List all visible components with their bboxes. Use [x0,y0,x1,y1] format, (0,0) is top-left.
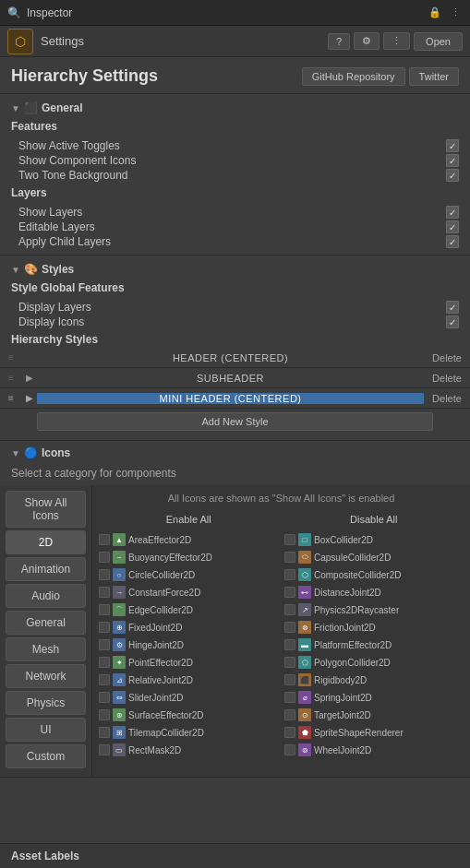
category-animation[interactable]: Animation [6,557,86,581]
icon-img-targetjoint2d: ⊙ [298,708,311,721]
show-component-icons-row: Show Component Icons [0,153,470,168]
title-bar-icon: 🔍 [7,6,21,19]
icon-img-rigidbody2d: ⬛ [298,673,311,686]
category-physics[interactable]: Physics [6,691,86,715]
icon-img-fixedjoint2d: ⊕ [113,621,126,634]
delete-button-2[interactable]: Delete [424,373,470,384]
icon-checkbox-platformeffector2d[interactable] [284,639,295,650]
display-layers-checkbox[interactable] [446,301,459,314]
styles-section-header[interactable]: ▼ 🎨 Styles [0,261,470,278]
icon-checkbox-distancejoint2d[interactable] [284,587,295,598]
settings-icon: ⬡ [7,29,33,54]
twitter-button[interactable]: Twitter [409,67,459,86]
icon-name-physics2draycaster: Physics2DRaycaster [314,605,399,615]
category-ui[interactable]: UI [6,718,86,742]
icon-checkbox-sliderjoint2d[interactable] [99,692,110,703]
list-item: ⬛ Rigidbody2D [282,672,466,688]
expand-icon-2[interactable]: ▶ [22,373,37,383]
drag-handle-icon[interactable]: ≡ [0,352,22,363]
icon-checkbox-fixedjoint2d[interactable] [99,622,110,633]
delete-button-3[interactable]: Delete [424,393,470,404]
features-group: Features [0,116,470,138]
icon-checkbox-wheeljoint2d[interactable] [284,744,295,755]
list-item: ⬟ SpriteShapeRenderer [282,724,466,741]
open-button[interactable]: Open [414,32,463,51]
drag-handle-icon-2[interactable]: ≡ [0,373,22,383]
list-item: ⌒ EdgeCollider2D [96,601,281,618]
add-new-style-button[interactable]: Add New Style [37,412,433,431]
icon-checkbox-constantforce2d[interactable] [99,587,110,598]
icon-checkbox-circlecollider2d[interactable] [99,569,110,580]
more-button[interactable]: ⋮ [383,32,410,50]
show-layers-label: Show Layers [18,206,82,219]
drag-handle-icon-3[interactable]: ≡ [0,393,22,403]
disable-all-button[interactable]: Disable All [282,511,467,528]
settings-button[interactable]: ⚙ [354,32,380,50]
category-network[interactable]: Network [6,664,86,688]
enable-all-button[interactable]: Enable All [96,511,282,528]
icon-checkbox-edgecollider2d[interactable] [99,604,110,615]
lock-icon[interactable]: 🔒 [428,6,442,20]
icon-img-polygoncollider2d: ⬠ [298,656,311,669]
icon-checkbox-targetjoint2d[interactable] [284,709,295,720]
icon-checkbox-buoyancyeffector2d[interactable] [99,552,110,563]
show-layers-row: Show Layers [0,205,470,220]
icon-checkbox-frictionjoint2d[interactable] [284,622,295,633]
icon-checkbox-boxcollider2d[interactable] [284,534,295,545]
icon-img-sliderjoint2d: ⇔ [113,691,126,704]
icon-checkbox-rigidbody2d[interactable] [284,674,295,685]
category-2d[interactable]: 2D [6,530,86,554]
delete-button-1[interactable]: Delete [424,352,470,363]
display-icons-checkbox[interactable] [446,315,459,328]
style-name-mini-header[interactable]: MINI HEADER (CENTERED) [37,393,424,404]
show-active-toggles-checkbox[interactable] [446,139,459,152]
icon-checkbox-capsulecollider2d[interactable] [284,552,295,563]
icon-checkbox-springjoint2d[interactable] [284,692,295,703]
expand-icon-3[interactable]: ▶ [22,393,37,403]
two-tone-background-checkbox[interactable] [446,169,459,182]
icon-checkbox-relativejoint2d[interactable] [99,674,110,685]
icon-checkbox-compositecollider2d[interactable] [284,569,295,580]
icon-checkbox-areaeffector2d[interactable] [99,534,110,545]
hierarchy-styles-label: Hierarchy Styles [0,329,470,348]
icon-checkbox-tilemapcollider2d[interactable] [99,727,110,738]
help-button[interactable]: ? [328,33,350,50]
show-layers-checkbox[interactable] [446,206,459,219]
icon-checkbox-polygoncollider2d[interactable] [284,657,295,668]
list-item: ↗ Physics2DRaycaster [282,601,466,618]
category-general[interactable]: General [6,611,86,635]
icon-checkbox-spriteshaperenderer[interactable] [284,727,295,738]
show-component-icons-checkbox[interactable] [446,154,459,167]
icon-name-distancejoint2d: DistanceJoint2D [314,588,381,598]
category-show-all-icons[interactable]: Show All Icons [6,491,86,528]
icon-name-tilemapcollider2d: TilemapCollider2D [128,728,204,738]
icons-section-header[interactable]: ▼ 🔵 Icons [0,441,470,465]
category-audio[interactable]: Audio [6,584,86,608]
icon-checkbox-pointeffector2d[interactable] [99,657,110,668]
github-button[interactable]: GitHub Repository [302,67,405,86]
display-icons-row: Display Icons [0,315,470,329]
category-mesh[interactable]: Mesh [6,637,86,661]
icon-checkbox-hingejoint2d[interactable] [99,639,110,650]
general-section-header[interactable]: ▼ ⬛ General [0,100,470,116]
general-arrow-icon: ▼ [11,103,20,113]
category-custom[interactable]: Custom [6,744,86,768]
icon-checkbox-physics2draycaster[interactable] [284,604,295,615]
list-item: ~ BuoyancyEffector2D [96,549,281,565]
display-layers-row: Display Layers [0,300,470,315]
editable-layers-checkbox[interactable] [446,220,459,233]
icon-img-rectmask2d: ▭ [113,743,126,756]
icon-checkbox-rectmask2d[interactable] [99,744,110,755]
icon-img-relativejoint2d: ⊿ [113,673,126,686]
apply-child-layers-checkbox[interactable] [446,235,459,248]
style-name-subheader[interactable]: SUBHEADER [37,373,424,384]
icon-img-circlecollider2d: ○ [113,568,126,581]
menu-icon[interactable]: ⋮ [448,6,463,20]
icon-name-edgecollider2d: EdgeCollider2D [128,605,193,615]
icons-section: ▼ 🔵 Icons Select a category for componen… [0,441,470,778]
icon-img-spriteshaperenderer: ⬟ [298,726,311,739]
asset-labels-title: Asset Labels [11,850,79,862]
style-name-header[interactable]: HEADER (CENTERED) [37,352,424,363]
layers-group: Layers [0,183,470,205]
icon-checkbox-surfaceeffector2d[interactable] [99,709,110,720]
